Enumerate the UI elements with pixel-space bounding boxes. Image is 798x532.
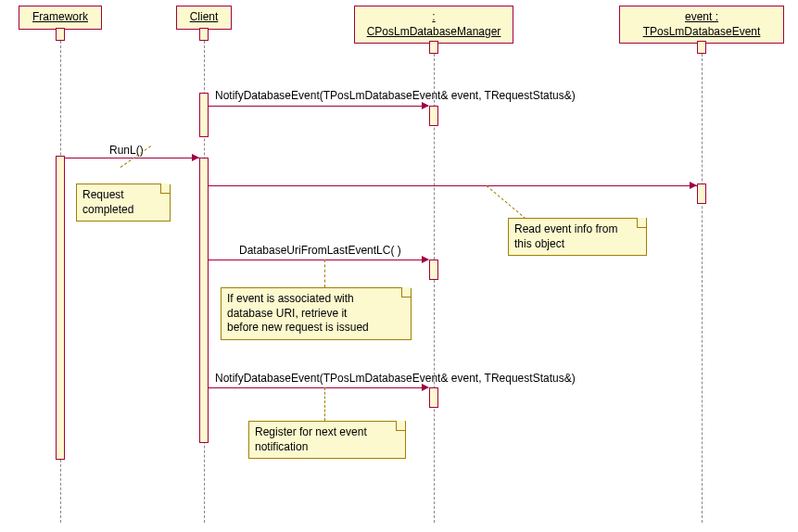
activation-client-initial [199,93,209,137]
head-stub-dbmgr [429,41,438,54]
lifeline-event: event : TPosLmDatabaseEvent [619,6,784,44]
lifeline-line-event [702,54,703,523]
lifeline-dbmgr-prefix: : [432,10,435,23]
msg-readevent-arrow [690,182,697,189]
note-readevent: Read event info from this object [508,218,647,256]
lifeline-client-label: Client [190,10,219,23]
note-ifevent-text: If event is associated with database URI… [227,292,369,334]
activation-framework [56,156,65,460]
msg-runl-arrow [192,154,199,161]
msg-dburi-line [209,260,428,260]
note-register-text: Register for next event notification [255,425,367,453]
msg-notify1-label: NotifyDatabaseEvent(TPosLmDatabaseEvent&… [215,89,576,102]
head-stub-client [199,28,209,41]
msg-notify2-line [209,387,428,388]
msg-notify2-label: NotifyDatabaseEvent(TPosLmDatabaseEvent&… [215,372,576,385]
msg-notify1-line [209,106,428,107]
lifeline-event-prefix: event : [685,10,718,23]
activation-dbmgr-notify1 [429,106,438,126]
msg-notify1-arrow [422,102,429,109]
lifeline-event-name: TPosLmDatabaseEvent [643,25,761,38]
lifeline-framework: Framework [19,6,102,30]
note-readevent-connector [487,185,526,219]
msg-notify2-arrow [422,384,429,391]
note-reqcomplete: Request completed [76,184,171,222]
note-ifevent-connector [324,260,325,287]
note-reqcomplete-text: Request completed [82,188,133,216]
lifeline-framework-label: Framework [32,10,88,23]
lifeline-dbmgr: : CPosLmDatabaseManager [354,6,513,44]
note-ifevent: If event is associated with database URI… [221,287,412,340]
activation-event-read [697,184,706,204]
note-readevent-text: Read event info from this object [514,222,617,250]
note-register-connector [324,387,325,421]
msg-dburi-arrow [422,256,429,263]
activation-client-runl [199,158,209,443]
msg-dburi-label: DatabaseUriFromLastEventLC( ) [239,244,401,257]
head-stub-event [697,41,706,54]
lifeline-dbmgr-name: CPosLmDatabaseManager [367,25,501,38]
msg-readevent-line [209,185,697,186]
head-stub-framework [56,28,65,41]
activation-dbmgr-dburi [429,260,438,280]
note-register: Register for next event notification [248,421,406,459]
activation-dbmgr-notify2 [429,387,438,408]
lifeline-client: Client [176,6,232,30]
